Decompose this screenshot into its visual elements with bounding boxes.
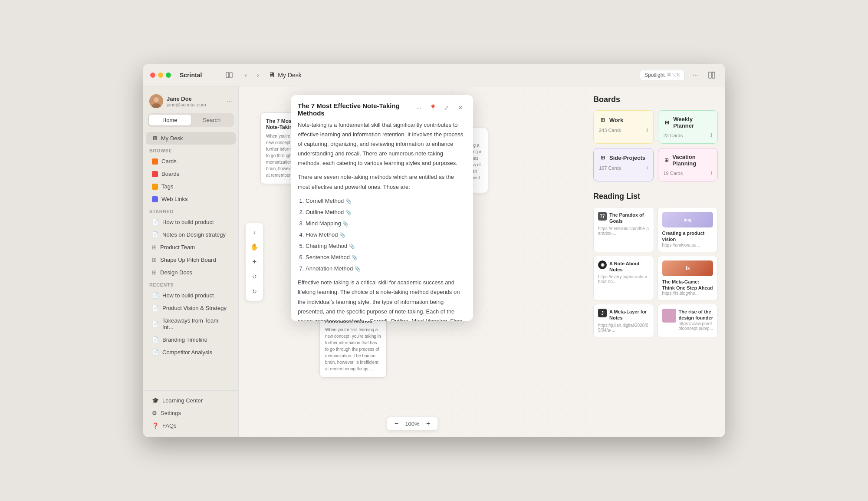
user-email: jane@scrintal.com [167,102,223,107]
weekly-board-info[interactable]: ℹ [710,132,712,138]
doc-icon-r4: 📄 [152,349,159,356]
reading-image-3: fs [662,260,713,276]
starred-item-1[interactable]: 📄 Notes on Design strategy [146,228,236,241]
web-icon [152,196,158,202]
back-button[interactable]: ‹ [240,70,251,80]
app-title: Scrintal [180,72,202,79]
board-card-vacation[interactable]: ⊞ Vacation Planning 19 Cards ℹ [658,148,718,181]
starred-section-title: Starred [143,205,238,216]
avatar [149,94,163,108]
board-card-work[interactable]: ⊞ Work 243 Cards ℹ [593,110,654,144]
reading-item-3[interactable]: fs The Meta-Game: Think One Step Ahead h… [658,256,718,301]
content-area: The 7 Most Effective Note-Taking Methods… [239,86,725,437]
vacation-board-info[interactable]: ℹ [710,170,712,176]
tags-icon [152,184,158,190]
sidebar-bottom: 🎓 Learning Center ⚙ Settings ❓ FAQs [143,390,238,432]
svg-rect-0 [226,73,229,78]
maximize-button[interactable] [166,73,171,78]
reading-logo-0: 77 [598,212,607,221]
reading-grid: 77 The Paradox of Goals https://nesslabs… [593,207,718,337]
doc-icon-r3: 📄 [152,336,159,343]
sidebar-item-cards[interactable]: Cards [146,155,236,168]
svg-rect-2 [709,72,711,78]
reading-logo-2: ◉ [598,260,607,269]
user-more-button[interactable]: ··· [227,97,232,105]
zoom-out-button[interactable]: − [392,420,401,428]
starred-item-2[interactable]: ⊞ Product Team [146,241,236,254]
sidebar: Jane Doe jane@scrintal.com ··· Home Sear… [143,86,239,437]
minimize-button[interactable] [158,73,163,78]
boards-grid: ⊞ Work 243 Cards ℹ ⊞ Weekly Planner [593,110,718,181]
zoom-in-button[interactable]: + [424,420,433,428]
tab-home[interactable]: Home [149,115,191,125]
undo-tool[interactable]: ↺ [248,270,260,283]
settings-button[interactable]: ⚙ Settings [146,407,236,419]
modal-expand-button[interactable]: ⤢ [441,102,452,113]
recent-item-0[interactable]: 📄 How to build product [146,289,236,302]
sidebar-toggle-button[interactable] [223,69,235,81]
recents-section-title: Recents [143,279,238,289]
split-view-button[interactable] [706,69,718,81]
recent-item-4[interactable]: 📄 Competitor Analysis [146,346,236,359]
reading-item-1[interactable]: img Creating a product vision https://am… [658,207,718,252]
canvas-area[interactable]: The 7 Most Effective Note-Taking Methods… [239,86,586,437]
redo-tool[interactable]: ↻ [248,285,260,297]
sidebar-item-weblinks[interactable]: Web Links [146,193,236,205]
more-options-button[interactable]: ··· [689,69,701,81]
modal-more-button[interactable]: ··· [413,102,424,113]
forward-button[interactable]: › [253,70,263,80]
board-card-weekly[interactable]: ⊞ Weekly Planner 23 Cards ℹ [658,110,718,144]
modal-body: Note-taking is a fundamental skill that … [291,120,473,321]
starred-item-3[interactable]: ⊞ Shape Up Pitch Board [146,254,236,266]
cards-icon [152,158,158,165]
learning-icon: 🎓 [152,397,159,404]
modal-close-button[interactable]: ✕ [455,102,466,113]
spotlight-button[interactable]: Spotlight ⌘⌥K [640,70,685,80]
tab-search[interactable]: Search [191,115,233,125]
close-button[interactable] [150,73,155,78]
reading-list-title: Reading List [593,192,718,201]
monitor-small-icon: 🖥 [152,135,158,142]
starred-item-4[interactable]: ⊞ Design Docs [146,266,236,279]
hand-tool[interactable]: ✋ [248,241,260,253]
learning-center-button[interactable]: 🎓 Learning Center [146,394,236,407]
add-tool[interactable]: + [248,226,260,238]
faqs-button[interactable]: ❓ FAQs [146,419,236,432]
reading-item-0[interactable]: 77 The Paradox of Goals https://nesslabs… [593,207,654,252]
reading-item-4[interactable]: J A Meta-Layer for Notes https://julian.… [593,304,654,337]
reading-item-2[interactable]: ◉ A Note About Notes https://every.to/p/… [593,256,654,301]
settings-icon: ⚙ [152,410,157,416]
recent-item-1[interactable]: 📄 Product Vision & Strategy [146,302,236,314]
starred-item-0[interactable]: 📄 How to build product [146,216,236,228]
reading-image-1: img [662,212,713,227]
sidebar-item-my-desk[interactable]: 🖥 My Desk [146,132,236,145]
main-layout: Jane Doe jane@scrintal.com ··· Home Sear… [143,86,725,437]
board-card-side[interactable]: ⊞ Side-Projects 107 Cards ℹ [593,148,654,181]
work-board-info[interactable]: ℹ [646,127,648,133]
select-tool[interactable]: ✦ [248,256,260,268]
titlebar: Scrintal ‹ › 🖥 My Desk Spotlight ⌘⌥K ··· [143,64,725,86]
annotation-node[interactable]: Annotation Method When you're first lear… [319,312,387,378]
recent-item-2[interactable]: 📄 Takeaways from Team Int... [146,314,236,333]
grid-icon-4: ⊞ [152,269,157,276]
user-section: Jane Doe jane@scrintal.com ··· [143,92,238,113]
sidebar-item-tags[interactable]: Tags [146,180,236,193]
traffic-lights [150,73,171,78]
divider [216,71,216,79]
user-name: Jane Doe [167,96,223,102]
modal-location-button[interactable]: 📍 [427,102,438,113]
side-board-info[interactable]: ℹ [646,165,648,171]
grid-icon-3: ⊞ [152,257,157,263]
svg-point-5 [154,97,159,102]
svg-rect-1 [230,73,232,78]
zoom-bar: − 100% + [387,417,437,430]
user-info: Jane Doe jane@scrintal.com [167,96,223,107]
note-modal[interactable]: The 7 Most Effective Note-Taking Methods… [291,95,473,321]
boards-title: Boards [593,95,718,104]
titlebar-right: Spotlight ⌘⌥K ··· [640,69,718,81]
recent-item-3[interactable]: 📄 Branding Timeline [146,333,236,346]
nav-tabs: Home Search [148,113,234,127]
canvas-toolbar: + ✋ ✦ ↺ ↻ [246,223,263,301]
sidebar-item-boards[interactable]: Boards [146,168,236,180]
reading-item-5[interactable]: The rise of the design founder https://w… [658,304,718,337]
